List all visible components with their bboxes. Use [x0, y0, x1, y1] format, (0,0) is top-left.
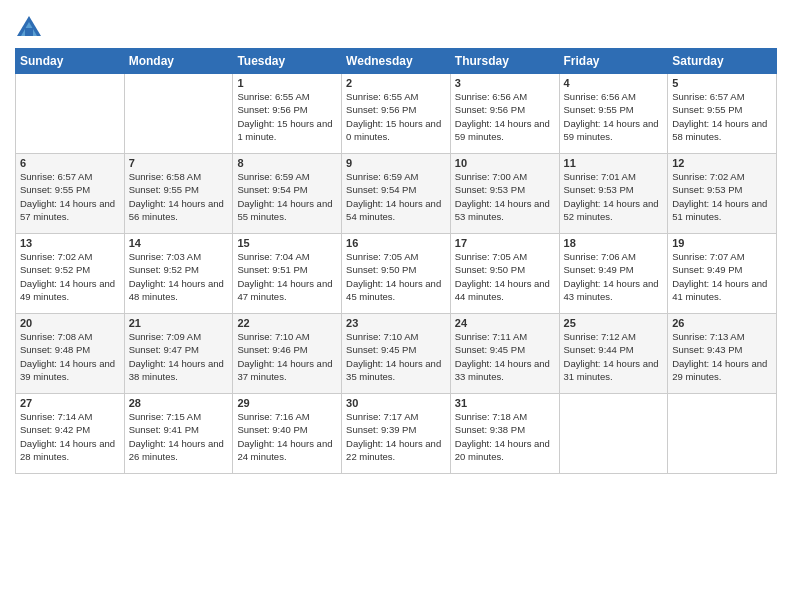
day-info: Sunrise: 6:59 AM Sunset: 9:54 PM Dayligh…: [346, 170, 446, 223]
day-number: 31: [455, 397, 555, 409]
calendar-cell: 5Sunrise: 6:57 AM Sunset: 9:55 PM Daylig…: [668, 74, 777, 154]
day-number: 11: [564, 157, 664, 169]
day-info: Sunrise: 6:55 AM Sunset: 9:56 PM Dayligh…: [237, 90, 337, 143]
calendar-cell: 6Sunrise: 6:57 AM Sunset: 9:55 PM Daylig…: [16, 154, 125, 234]
day-number: 12: [672, 157, 772, 169]
day-info: Sunrise: 6:57 AM Sunset: 9:55 PM Dayligh…: [20, 170, 120, 223]
day-number: 7: [129, 157, 229, 169]
calendar-cell: [124, 74, 233, 154]
day-info: Sunrise: 6:56 AM Sunset: 9:55 PM Dayligh…: [564, 90, 664, 143]
day-info: Sunrise: 7:09 AM Sunset: 9:47 PM Dayligh…: [129, 330, 229, 383]
header-saturday: Saturday: [668, 49, 777, 74]
day-info: Sunrise: 7:03 AM Sunset: 9:52 PM Dayligh…: [129, 250, 229, 303]
day-number: 22: [237, 317, 337, 329]
day-info: Sunrise: 7:17 AM Sunset: 9:39 PM Dayligh…: [346, 410, 446, 463]
day-number: 17: [455, 237, 555, 249]
day-number: 26: [672, 317, 772, 329]
week-row-3: 13Sunrise: 7:02 AM Sunset: 9:52 PM Dayli…: [16, 234, 777, 314]
logo: [15, 14, 46, 42]
svg-rect-2: [25, 28, 33, 36]
calendar-cell: 28Sunrise: 7:15 AM Sunset: 9:41 PM Dayli…: [124, 394, 233, 474]
calendar-cell: 17Sunrise: 7:05 AM Sunset: 9:50 PM Dayli…: [450, 234, 559, 314]
day-info: Sunrise: 7:10 AM Sunset: 9:45 PM Dayligh…: [346, 330, 446, 383]
calendar-cell: 9Sunrise: 6:59 AM Sunset: 9:54 PM Daylig…: [342, 154, 451, 234]
day-number: 23: [346, 317, 446, 329]
day-number: 21: [129, 317, 229, 329]
day-info: Sunrise: 6:56 AM Sunset: 9:56 PM Dayligh…: [455, 90, 555, 143]
calendar-cell: 19Sunrise: 7:07 AM Sunset: 9:49 PM Dayli…: [668, 234, 777, 314]
day-info: Sunrise: 7:15 AM Sunset: 9:41 PM Dayligh…: [129, 410, 229, 463]
day-info: Sunrise: 7:04 AM Sunset: 9:51 PM Dayligh…: [237, 250, 337, 303]
calendar-cell: [668, 394, 777, 474]
day-info: Sunrise: 7:16 AM Sunset: 9:40 PM Dayligh…: [237, 410, 337, 463]
day-number: 6: [20, 157, 120, 169]
calendar-cell: 10Sunrise: 7:00 AM Sunset: 9:53 PM Dayli…: [450, 154, 559, 234]
header-friday: Friday: [559, 49, 668, 74]
calendar-cell: 25Sunrise: 7:12 AM Sunset: 9:44 PM Dayli…: [559, 314, 668, 394]
calendar-cell: 8Sunrise: 6:59 AM Sunset: 9:54 PM Daylig…: [233, 154, 342, 234]
day-number: 13: [20, 237, 120, 249]
day-info: Sunrise: 6:58 AM Sunset: 9:55 PM Dayligh…: [129, 170, 229, 223]
header-thursday: Thursday: [450, 49, 559, 74]
calendar-cell: 20Sunrise: 7:08 AM Sunset: 9:48 PM Dayli…: [16, 314, 125, 394]
calendar-cell: 27Sunrise: 7:14 AM Sunset: 9:42 PM Dayli…: [16, 394, 125, 474]
calendar-cell: 12Sunrise: 7:02 AM Sunset: 9:53 PM Dayli…: [668, 154, 777, 234]
day-number: 25: [564, 317, 664, 329]
day-number: 28: [129, 397, 229, 409]
calendar-cell: 1Sunrise: 6:55 AM Sunset: 9:56 PM Daylig…: [233, 74, 342, 154]
day-number: 18: [564, 237, 664, 249]
week-row-1: 1Sunrise: 6:55 AM Sunset: 9:56 PM Daylig…: [16, 74, 777, 154]
calendar-cell: 16Sunrise: 7:05 AM Sunset: 9:50 PM Dayli…: [342, 234, 451, 314]
day-number: 10: [455, 157, 555, 169]
calendar-cell: 18Sunrise: 7:06 AM Sunset: 9:49 PM Dayli…: [559, 234, 668, 314]
calendar-cell: 24Sunrise: 7:11 AM Sunset: 9:45 PM Dayli…: [450, 314, 559, 394]
day-info: Sunrise: 7:07 AM Sunset: 9:49 PM Dayligh…: [672, 250, 772, 303]
day-info: Sunrise: 6:57 AM Sunset: 9:55 PM Dayligh…: [672, 90, 772, 143]
calendar-cell: 2Sunrise: 6:55 AM Sunset: 9:56 PM Daylig…: [342, 74, 451, 154]
header-tuesday: Tuesday: [233, 49, 342, 74]
day-info: Sunrise: 7:14 AM Sunset: 9:42 PM Dayligh…: [20, 410, 120, 463]
calendar-cell: 26Sunrise: 7:13 AM Sunset: 9:43 PM Dayli…: [668, 314, 777, 394]
calendar-cell: 14Sunrise: 7:03 AM Sunset: 9:52 PM Dayli…: [124, 234, 233, 314]
day-info: Sunrise: 7:02 AM Sunset: 9:52 PM Dayligh…: [20, 250, 120, 303]
header-wednesday: Wednesday: [342, 49, 451, 74]
calendar-cell: 30Sunrise: 7:17 AM Sunset: 9:39 PM Dayli…: [342, 394, 451, 474]
day-number: 8: [237, 157, 337, 169]
header-sunday: Sunday: [16, 49, 125, 74]
day-info: Sunrise: 7:01 AM Sunset: 9:53 PM Dayligh…: [564, 170, 664, 223]
calendar-cell: 29Sunrise: 7:16 AM Sunset: 9:40 PM Dayli…: [233, 394, 342, 474]
day-number: 1: [237, 77, 337, 89]
calendar-cell: 31Sunrise: 7:18 AM Sunset: 9:38 PM Dayli…: [450, 394, 559, 474]
logo-icon: [15, 14, 43, 42]
day-number: 4: [564, 77, 664, 89]
week-row-5: 27Sunrise: 7:14 AM Sunset: 9:42 PM Dayli…: [16, 394, 777, 474]
day-info: Sunrise: 7:05 AM Sunset: 9:50 PM Dayligh…: [346, 250, 446, 303]
day-number: 5: [672, 77, 772, 89]
calendar-cell: [559, 394, 668, 474]
day-info: Sunrise: 7:06 AM Sunset: 9:49 PM Dayligh…: [564, 250, 664, 303]
day-number: 16: [346, 237, 446, 249]
week-row-2: 6Sunrise: 6:57 AM Sunset: 9:55 PM Daylig…: [16, 154, 777, 234]
day-number: 30: [346, 397, 446, 409]
day-info: Sunrise: 6:59 AM Sunset: 9:54 PM Dayligh…: [237, 170, 337, 223]
header: [15, 10, 777, 42]
calendar-header-row: SundayMondayTuesdayWednesdayThursdayFrid…: [16, 49, 777, 74]
day-number: 9: [346, 157, 446, 169]
calendar-cell: 4Sunrise: 6:56 AM Sunset: 9:55 PM Daylig…: [559, 74, 668, 154]
day-info: Sunrise: 7:18 AM Sunset: 9:38 PM Dayligh…: [455, 410, 555, 463]
day-number: 2: [346, 77, 446, 89]
day-number: 24: [455, 317, 555, 329]
calendar-cell: 7Sunrise: 6:58 AM Sunset: 9:55 PM Daylig…: [124, 154, 233, 234]
day-number: 15: [237, 237, 337, 249]
day-number: 29: [237, 397, 337, 409]
day-number: 19: [672, 237, 772, 249]
day-info: Sunrise: 7:13 AM Sunset: 9:43 PM Dayligh…: [672, 330, 772, 383]
day-info: Sunrise: 7:12 AM Sunset: 9:44 PM Dayligh…: [564, 330, 664, 383]
calendar-cell: [16, 74, 125, 154]
day-info: Sunrise: 7:00 AM Sunset: 9:53 PM Dayligh…: [455, 170, 555, 223]
calendar-table: SundayMondayTuesdayWednesdayThursdayFrid…: [15, 48, 777, 474]
calendar-cell: 23Sunrise: 7:10 AM Sunset: 9:45 PM Dayli…: [342, 314, 451, 394]
header-monday: Monday: [124, 49, 233, 74]
calendar-cell: 21Sunrise: 7:09 AM Sunset: 9:47 PM Dayli…: [124, 314, 233, 394]
day-info: Sunrise: 7:10 AM Sunset: 9:46 PM Dayligh…: [237, 330, 337, 383]
